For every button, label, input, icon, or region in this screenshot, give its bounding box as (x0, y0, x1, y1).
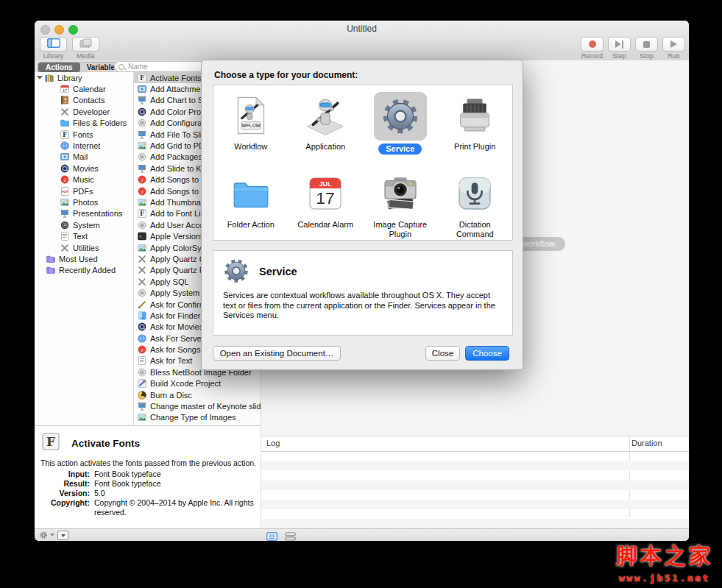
action-item-change-master-of-keynote-slide[interactable]: Change master of Keynote slide (134, 400, 261, 411)
sidebar-item-recently-added[interactable]: Recently Added (35, 265, 133, 276)
description-field: Input:Font Book typeface (35, 470, 255, 479)
action-item-build-xcode-project[interactable]: Build Xcode Project (134, 378, 261, 389)
duration-column-header[interactable]: Duration (631, 439, 662, 447)
sidebar-item-music[interactable]: ♪Music (35, 174, 133, 185)
doc-type-service[interactable]: Service (363, 85, 438, 163)
svg-text:F: F (140, 210, 144, 217)
folder-icon (227, 170, 275, 217)
choose-button[interactable]: Choose (465, 346, 509, 361)
itunes-icon: ♪ (60, 175, 69, 184)
stamp-icon (138, 118, 146, 127)
description-field: Result:Font Book typeface (35, 479, 255, 489)
photos-icon (60, 198, 69, 207)
action-item-label: Change master of Keynote slide (150, 402, 261, 411)
document-type-grid: WFLOWWorkflowApplicationServicePrint Plu… (213, 85, 513, 241)
keynote-icon (138, 130, 146, 139)
run-button[interactable]: Run (662, 37, 685, 60)
options-checkbox[interactable] (57, 531, 68, 540)
doc-type-application[interactable]: Application (289, 85, 364, 163)
doc-type-folder-action[interactable]: Folder Action (213, 163, 289, 241)
doc-type-calendar-alarm[interactable]: JUL17Calendar Alarm (289, 163, 364, 241)
sidebar-item-photos[interactable]: Photos (35, 196, 133, 208)
xtool-icon (138, 255, 146, 263)
sidebar-item-mail[interactable]: Mail (35, 152, 133, 163)
photos-icon (138, 413, 146, 422)
media-toolbar-button[interactable]: ♪ Media (72, 37, 99, 60)
close-button[interactable]: Close (425, 346, 460, 361)
sidebar-item-most-used[interactable]: Most Used (35, 253, 133, 264)
xtool-icon (138, 277, 146, 286)
record-icon (589, 40, 596, 48)
microphone-icon (451, 170, 498, 217)
doc-type-label: Dictation Command (442, 220, 507, 238)
sidebar-item-library[interactable]: Library (35, 72, 133, 83)
camera-icon (377, 170, 424, 217)
xtool-icon (60, 244, 69, 252)
doc-type-image-capture-plugin[interactable]: Image Capture Plugin (363, 163, 438, 241)
tab-actions[interactable]: Actions (38, 63, 80, 72)
dialog-title: Choose a type for your document: (214, 70, 358, 80)
stamp-icon (138, 368, 146, 377)
sidebar-item-text[interactable]: Text (35, 230, 133, 241)
sidebar-item-internet[interactable]: Internet (35, 140, 133, 151)
svg-text:>_: >_ (139, 234, 144, 239)
workflow-icon: WFLOW (227, 92, 275, 139)
sidebar-item-utilities[interactable]: Utilities (35, 242, 133, 253)
burn-icon (138, 391, 146, 400)
open-existing-document-button[interactable]: Open an Existing Document… (213, 346, 341, 361)
view-variables-toggle[interactable] (285, 531, 296, 541)
gear-menu-button[interactable] (39, 531, 54, 539)
sidebar-item-label: Developer (73, 107, 110, 116)
stamp-icon (138, 152, 146, 161)
gear-icon (222, 257, 250, 288)
doc-type-label: Workflow (234, 142, 267, 152)
text-doc-icon (138, 356, 146, 365)
description-field: Version:5.0 (35, 489, 255, 498)
sidebar-item-movies[interactable]: Movies (35, 163, 133, 174)
record-button[interactable]: Record (581, 37, 604, 60)
run-icon (670, 40, 677, 48)
doc-type-label: Application (305, 142, 345, 152)
xtool-icon (138, 266, 146, 274)
doc-type-workflow[interactable]: WFLOWWorkflow (213, 85, 289, 163)
chevron-down-icon (61, 534, 66, 537)
sidebar-item-label: Internet (73, 141, 100, 150)
log-row (261, 519, 689, 528)
view-log-toggle[interactable] (266, 531, 277, 541)
stop-button[interactable]: Stop (635, 37, 658, 60)
sidebar-item-files-folders[interactable]: Files & Folders (35, 118, 133, 129)
terminal-icon: >_ (138, 232, 146, 241)
svg-text:PDF: PDF (62, 190, 68, 194)
log-column-header[interactable]: Log (266, 439, 280, 447)
watermark-title: 脚本之家 (616, 542, 713, 571)
action-item-label: Ask for Text (150, 356, 192, 365)
xcode-icon (138, 379, 146, 388)
sidebar-item-pdfs[interactable]: PDFPDFs (35, 185, 133, 196)
sidebar-item-developer[interactable]: Developer (35, 106, 133, 117)
action-description-panel: F Activate Fonts This action activates t… (35, 425, 261, 528)
library-toolbar-button[interactable]: Library (40, 37, 67, 60)
sidebar-item-calendar[interactable]: 17Calendar (35, 83, 133, 94)
action-item-burn-a-disc[interactable]: Burn a Disc (134, 389, 261, 400)
text-doc-icon (60, 232, 69, 241)
sidebar-item-label: Photos (73, 198, 98, 207)
sidebar-item-presentations[interactable]: Presentations (35, 208, 133, 219)
action-item-label: Ask For Servers (150, 334, 208, 343)
disclosure-triangle-icon[interactable] (37, 76, 43, 79)
doc-type-dictation-command[interactable]: Dictation Command (438, 163, 513, 241)
description-title: Activate Fonts (71, 438, 140, 449)
svg-text:♪: ♪ (88, 42, 91, 49)
log-header: Log Duration (261, 436, 689, 452)
doc-type-print-plugin[interactable]: Print Plugin (438, 85, 513, 163)
sidebar-item-fonts[interactable]: FFonts (35, 129, 133, 140)
folder-blue-icon (60, 118, 69, 127)
step-button[interactable]: Step (608, 37, 631, 60)
action-item-change-type-of-images[interactable]: Change Type of Images (134, 412, 261, 423)
sidebar-item-label: PDFs (73, 187, 93, 196)
action-item-label: Ask for Movies (150, 322, 203, 331)
sidebar-item-system[interactable]: System (35, 219, 133, 230)
quicktime-icon (138, 107, 146, 116)
sidebar-item-contacts[interactable]: Contacts (35, 95, 133, 106)
description-field: Copyright:Copyright © 2004–2014 by Apple… (35, 498, 255, 517)
application-icon (302, 92, 349, 139)
